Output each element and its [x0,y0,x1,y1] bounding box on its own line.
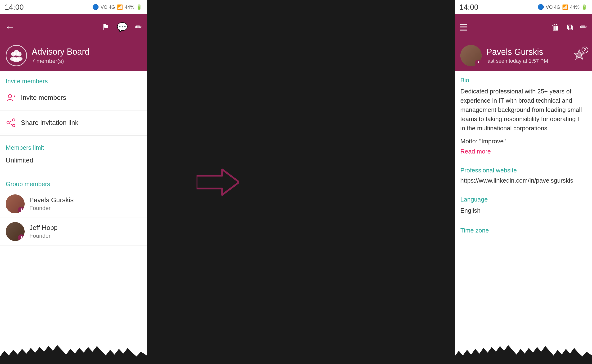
members-limit-title: Members limit [0,137,147,154]
share-icon [6,117,16,128]
profile-header: ℹ Pavels Gurskis last seen today at 1:57… [455,40,592,71]
arrow-right [196,168,239,196]
achievement-badge[interactable]: 2 [572,48,586,63]
group-name: Advisory Board [32,47,89,57]
signal-bars-icon: 📶 [117,4,123,10]
svg-point-2 [13,50,19,56]
left-status-icons: 🔵 VO 4G 📶 44% 🔋 [92,4,142,10]
invite-members-item[interactable]: Invite members [0,87,147,108]
language-title: Language [460,196,586,203]
svg-point-9 [13,119,15,121]
edit-icon[interactable]: ✏ [135,22,142,32]
right-battery-icon: 🔋 [581,4,587,10]
profile-avatar: ℹ [460,45,482,66]
svg-line-12 [9,121,13,122]
copy-icon[interactable]: ⧉ [567,22,573,32]
invite-section-title: Invite members [0,71,147,87]
right-signal-text: VO 4G [546,5,560,10]
battery-text: 44% [125,5,134,10]
right-app-bar: ☰ 🗑 ⧉ ✏ [455,14,592,40]
menu-icon[interactable]: ☰ [459,22,468,33]
divider-2 [0,135,147,136]
avatar-jeff: ℹ [6,222,25,241]
member-name-jeff: Jeff Hopp [29,224,58,232]
member-item-pavels[interactable]: ℹ Pavels Gurskis Founder [0,190,147,218]
flag-icon[interactable]: ⚑ [101,22,110,32]
members-limit-value: Unlimited [0,154,147,170]
member-item-jeff[interactable]: ℹ Jeff Hopp Founder [0,218,147,246]
middle-section [147,0,289,364]
svg-point-6 [8,95,12,98]
svg-point-11 [13,124,15,127]
divider-3 [0,172,147,172]
invite-members-label: Invite members [21,94,66,101]
member-info-pavels: Pavels Gurskis Founder [29,196,74,211]
group-avatar [6,45,27,66]
group-members-title: Group members [0,174,147,190]
chat-icon[interactable]: 💬 [117,22,128,32]
right-bluetooth-icon: 🔵 [538,4,544,10]
divider-1 [0,110,147,110]
section-list: Invite members Invite members [0,71,147,364]
member-name-pavels: Pavels Gurskis [29,196,74,204]
right-status-bar: 14:00 🔵 VO 4G 📶 44% 🔋 [455,0,592,14]
right-panel: 14:00 🔵 VO 4G 📶 44% 🔋 ☰ 🗑 ⧉ ✏ ℹ Pavels G… [455,0,592,364]
timezone-section: Time zone [455,221,592,243]
right-edit-icon[interactable]: ✏ [580,22,587,32]
right-signal-bars-icon: 📶 [562,4,568,10]
signal-text: VO 4G [101,5,115,10]
back-button[interactable]: ← [5,21,15,33]
badge-count: 2 [582,47,588,53]
motto-text: Motto: "Improve"... [460,137,586,146]
group-info: Advisory Board 7 member(s) [32,47,89,64]
left-panel: 14:00 🔵 VO 4G 📶 44% 🔋 ← ⚑ 💬 ✏ [0,0,147,364]
battery-icon: 🔋 [136,4,142,10]
right-battery-text: 44% [570,5,579,10]
badge-pavels: ℹ [18,207,25,213]
right-status-icons: 🔵 VO 4G 📶 44% 🔋 [538,4,587,10]
profile-name: Pavels Gurskis [486,47,548,57]
bluetooth-icon: 🔵 [92,4,99,10]
profile-body: Bio Dedicated professional with 25+ year… [455,71,592,364]
badge-jeff: ℹ [18,234,25,241]
website-url[interactable]: https://www.linkedin.com/in/pavelsgurski… [460,177,586,184]
right-time: 14:00 [459,3,478,12]
share-invitation-item[interactable]: Share invitation link [0,112,147,133]
profile-info: Pavels Gurskis last seen today at 1:57 P… [486,47,548,64]
left-status-bar: 14:00 🔵 VO 4G 📶 44% 🔋 [0,0,147,14]
invite-icon [6,92,16,103]
read-more-link[interactable]: Read more [460,148,586,155]
group-header: Advisory Board 7 member(s) [0,40,147,71]
avatar-pavels: ℹ [6,195,25,213]
group-members-count: 7 member(s) [32,58,89,64]
timezone-title: Time zone [460,227,586,234]
website-section: Professional website https://www.linkedi… [455,161,592,190]
left-app-bar: ← ⚑ 💬 ✏ [0,14,147,40]
bio-text: Dedicated professional with 25+ years of… [460,87,586,133]
svg-point-5 [13,58,20,62]
svg-marker-14 [196,169,239,195]
svg-line-13 [9,124,13,125]
member-role-jeff: Founder [29,233,58,239]
language-section: Language English [455,190,592,221]
website-title: Professional website [460,167,586,174]
profile-badge: ℹ [475,60,482,66]
member-info-jeff: Jeff Hopp Founder [29,224,58,239]
delete-icon[interactable]: 🗑 [551,22,560,32]
member-role-pavels: Founder [29,205,74,211]
share-invitation-label: Share invitation link [21,119,78,127]
bio-title: Bio [460,77,586,84]
language-value: English [460,206,586,215]
left-time: 14:00 [5,3,24,12]
bio-section: Bio Dedicated professional with 25+ year… [455,71,592,161]
profile-last-seen: last seen today at 1:57 PM [486,58,548,64]
svg-point-10 [7,122,9,124]
